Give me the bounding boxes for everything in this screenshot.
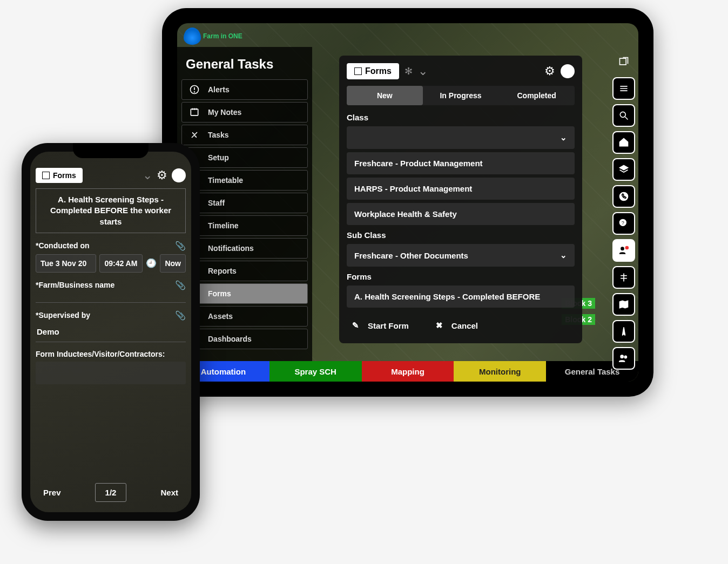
chevron-down-icon[interactable]: ⌄	[143, 168, 152, 182]
sidebar-item-label: Assets	[208, 312, 233, 321]
svg-point-17	[625, 246, 629, 250]
logo-text: Farm in ONE	[203, 32, 242, 40]
rail-menu-button[interactable]	[612, 77, 635, 100]
sidebar-item-tasks[interactable]: Tasks	[181, 125, 308, 145]
svg-point-21	[621, 355, 623, 358]
user-icon[interactable]	[172, 168, 186, 182]
subclass-label: Sub Class	[347, 230, 575, 240]
subclass-select[interactable]: Freshcare - Other Documents ⌄	[347, 244, 575, 267]
user-icon[interactable]	[561, 64, 575, 78]
svg-point-16	[621, 247, 624, 250]
sidebar-item-notes[interactable]: My Notes	[181, 102, 308, 123]
next-button[interactable]: Next	[153, 483, 186, 502]
phone-device: Forms ⌄ ⚙ A. Health Screening Steps - Co…	[22, 143, 200, 521]
sidebar-item-notifications[interactable]: Notifications	[181, 238, 308, 259]
rail-people-button[interactable]	[612, 347, 635, 370]
gear-icon[interactable]: ⚙	[544, 64, 555, 78]
sidebar-item-label: Timetable	[208, 176, 243, 185]
sidebar-item-label: My Notes	[208, 108, 241, 117]
inductees-label: Form Inductees/Visitor/Contractors:	[36, 350, 165, 358]
supervised-by-label: *Supervised by	[36, 311, 90, 320]
inductees-textarea[interactable]	[36, 362, 186, 384]
form-selected-option[interactable]: A. Health Screening Steps - Completed BE…	[347, 286, 575, 308]
conducted-date-input[interactable]: Tue 3 Nov 20	[36, 254, 96, 273]
tab-in-progress[interactable]: In Progress	[423, 86, 499, 105]
rail-layers-button[interactable]	[612, 158, 635, 181]
tab-spray-sch[interactable]: Spray SCH	[269, 361, 362, 382]
gear-small-icon[interactable]: ✻	[405, 65, 413, 77]
divider	[36, 342, 186, 342]
cancel-button[interactable]: ✖ Cancel	[436, 321, 478, 330]
forms-badge-label: Forms	[365, 66, 392, 76]
chevron-down-icon: ⌄	[560, 250, 567, 260]
chevron-down-icon: ⌄	[560, 133, 567, 142]
sidebar-item-alerts[interactable]: Alerts	[181, 79, 308, 100]
sidebar-item-forms[interactable]: Forms	[181, 283, 308, 304]
class-select[interactable]: ⌄	[347, 126, 575, 149]
rail-users-button[interactable]	[612, 239, 635, 262]
sidebar-item-assets[interactable]: Assets	[181, 306, 308, 327]
sidebar-item-label: Timeline	[208, 221, 239, 230]
svg-point-2	[194, 92, 195, 92]
cancel-label: Cancel	[451, 321, 478, 330]
sidebar-item-label: Notifications	[208, 244, 254, 253]
svg-rect-7	[620, 58, 626, 65]
sidebar-item-label: Tasks	[208, 131, 229, 139]
logo-icon	[184, 28, 201, 45]
class-option-freshcare[interactable]: Freshcare - Product Management	[347, 152, 575, 174]
rail-map-button[interactable]	[612, 293, 635, 316]
now-button[interactable]: Now	[160, 254, 186, 273]
forms-panel-badge[interactable]: Forms	[347, 63, 399, 79]
rail-search-button[interactable]	[612, 104, 635, 127]
sidebar-item-staff[interactable]: Staff	[181, 193, 308, 213]
rail-home-button[interactable]	[612, 131, 635, 154]
svg-point-22	[624, 356, 626, 358]
tab-new[interactable]: New	[347, 86, 423, 105]
prev-button[interactable]: Prev	[36, 483, 69, 502]
rail-help-button[interactable]: ?	[612, 212, 635, 235]
phone-screen: Forms ⌄ ⚙ A. Health Screening Steps - Co…	[30, 152, 191, 512]
paperclip-icon[interactable]: 📎	[175, 310, 186, 321]
class-option-whs[interactable]: Workplace Health & Safety	[347, 203, 575, 225]
class-option-harps[interactable]: HARPS - Product Management	[347, 178, 575, 200]
conducted-time-input[interactable]: 09:42 AM	[99, 254, 143, 273]
rail-expand-button[interactable]	[612, 50, 635, 73]
tab-mapping[interactable]: Mapping	[362, 361, 454, 382]
tab-completed[interactable]: Completed	[498, 86, 575, 105]
subclass-select-value: Freshcare - Other Documents	[354, 251, 468, 260]
forms-badge-icon	[354, 67, 362, 75]
svg-point-11	[620, 112, 625, 117]
farm-name-value[interactable]	[36, 294, 186, 300]
sidebar-item-timetable[interactable]: Timetable	[181, 170, 308, 191]
start-form-label: Start Form	[368, 321, 409, 330]
tools-icon	[188, 129, 200, 141]
sidebar-item-dashboards[interactable]: Dashboards	[181, 329, 308, 349]
start-form-button[interactable]: ✎ Start Form	[352, 321, 409, 330]
sidebar-item-timeline[interactable]: Timeline	[181, 215, 308, 236]
sidebar-item-label: Reports	[208, 267, 237, 275]
svg-rect-3	[191, 109, 198, 115]
close-icon: ✖	[436, 321, 443, 330]
clock-icon: 🕘	[146, 258, 157, 268]
supervised-by-value[interactable]: Demo	[36, 324, 186, 339]
rail-phone-button[interactable]	[612, 185, 635, 208]
divider	[36, 302, 186, 303]
sidebar-item-label: Forms	[208, 289, 231, 298]
conducted-on-label: *Conducted on	[36, 241, 90, 250]
chevron-down-icon[interactable]: ⌄	[418, 64, 428, 78]
paperclip-icon[interactable]: 📎	[175, 241, 186, 251]
phone-forms-badge[interactable]: Forms	[36, 168, 83, 183]
tablet-device: Block 3 Block 2 Farm in ONE General Task…	[162, 8, 653, 397]
rail-compass-button[interactable]	[612, 320, 635, 343]
sidebar-item-setup[interactable]: Setup	[181, 147, 308, 168]
rail-fence-button[interactable]	[612, 266, 635, 289]
forms-badge-icon	[42, 172, 50, 179]
phone-form-title: A. Health Screening Steps - Completed BE…	[36, 188, 186, 233]
logo: Farm in ONE	[184, 28, 242, 45]
gear-icon[interactable]: ⚙	[157, 168, 167, 182]
notes-icon	[188, 106, 200, 118]
paperclip-icon[interactable]: 📎	[175, 280, 186, 290]
tab-monitoring[interactable]: Monitoring	[454, 361, 546, 382]
sidebar-item-reports[interactable]: Reports	[181, 261, 308, 281]
forms-panel: Forms ✻ ⌄ ⚙ New In Progress Completed Cl…	[339, 56, 582, 343]
